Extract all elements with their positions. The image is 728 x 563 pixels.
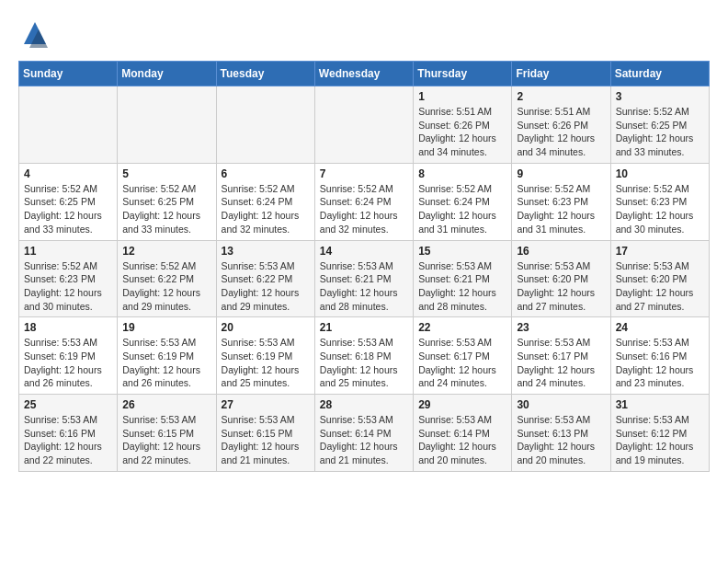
day-detail: Sunrise: 5:53 AM Sunset: 6:16 PM Dayligh… — [24, 413, 112, 467]
day-detail: Sunrise: 5:53 AM Sunset: 6:14 PM Dayligh… — [418, 413, 506, 467]
calendar-cell: 11Sunrise: 5:52 AM Sunset: 6:23 PM Dayli… — [19, 240, 118, 317]
calendar-cell: 7Sunrise: 5:52 AM Sunset: 6:24 PM Daylig… — [314, 163, 413, 240]
day-number: 1 — [418, 90, 506, 103]
calendar-cell: 12Sunrise: 5:52 AM Sunset: 6:22 PM Dayli… — [118, 240, 216, 317]
weekday-header-friday: Friday — [512, 62, 610, 86]
day-detail: Sunrise: 5:53 AM Sunset: 6:19 PM Dayligh… — [122, 336, 210, 390]
calendar-cell: 5Sunrise: 5:52 AM Sunset: 6:25 PM Daylig… — [118, 163, 216, 240]
calendar-cell: 3Sunrise: 5:52 AM Sunset: 6:25 PM Daylig… — [610, 86, 709, 164]
calendar-cell: 14Sunrise: 5:53 AM Sunset: 6:21 PM Dayli… — [314, 240, 413, 317]
weekday-header-tuesday: Tuesday — [216, 62, 314, 86]
calendar-cell: 20Sunrise: 5:53 AM Sunset: 6:19 PM Dayli… — [216, 317, 314, 395]
day-detail: Sunrise: 5:51 AM Sunset: 6:26 PM Dayligh… — [418, 105, 506, 159]
calendar-cell — [314, 86, 413, 164]
calendar-cell: 1Sunrise: 5:51 AM Sunset: 6:26 PM Daylig… — [414, 86, 512, 164]
day-detail: Sunrise: 5:52 AM Sunset: 6:24 PM Dayligh… — [222, 182, 310, 236]
calendar-cell: 18Sunrise: 5:53 AM Sunset: 6:19 PM Dayli… — [19, 317, 118, 395]
weekday-row: SundayMondayTuesdayWednesdayThursdayFrid… — [19, 62, 710, 86]
day-number: 6 — [222, 167, 310, 180]
weekday-header-monday: Monday — [118, 62, 216, 86]
logo — [18, 18, 55, 52]
day-detail: Sunrise: 5:52 AM Sunset: 6:24 PM Dayligh… — [418, 182, 506, 236]
calendar-cell — [19, 86, 118, 164]
calendar-cell: 22Sunrise: 5:53 AM Sunset: 6:17 PM Dayli… — [414, 317, 512, 395]
day-detail: Sunrise: 5:53 AM Sunset: 6:15 PM Dayligh… — [222, 413, 310, 467]
day-detail: Sunrise: 5:53 AM Sunset: 6:17 PM Dayligh… — [517, 336, 605, 390]
calendar-cell: 8Sunrise: 5:52 AM Sunset: 6:24 PM Daylig… — [414, 163, 512, 240]
day-number: 24 — [616, 321, 704, 334]
day-number: 29 — [418, 398, 506, 411]
day-number: 12 — [122, 245, 210, 258]
day-detail: Sunrise: 5:52 AM Sunset: 6:25 PM Dayligh… — [616, 105, 704, 159]
calendar-cell: 24Sunrise: 5:53 AM Sunset: 6:16 PM Dayli… — [610, 317, 709, 395]
calendar-header: SundayMondayTuesdayWednesdayThursdayFrid… — [19, 62, 710, 86]
day-number: 26 — [122, 398, 210, 411]
calendar-cell — [216, 86, 314, 164]
day-number: 27 — [222, 398, 310, 411]
day-detail: Sunrise: 5:53 AM Sunset: 6:22 PM Dayligh… — [222, 259, 310, 314]
calendar-week-4: 18Sunrise: 5:53 AM Sunset: 6:19 PM Dayli… — [19, 317, 710, 395]
calendar-cell: 19Sunrise: 5:53 AM Sunset: 6:19 PM Dayli… — [118, 317, 216, 395]
day-detail: Sunrise: 5:52 AM Sunset: 6:22 PM Dayligh… — [122, 259, 210, 314]
day-number: 31 — [616, 398, 704, 411]
weekday-header-saturday: Saturday — [610, 62, 709, 86]
day-detail: Sunrise: 5:52 AM Sunset: 6:24 PM Dayligh… — [320, 182, 408, 236]
calendar-cell: 27Sunrise: 5:53 AM Sunset: 6:15 PM Dayli… — [216, 395, 314, 472]
day-detail: Sunrise: 5:53 AM Sunset: 6:17 PM Dayligh… — [418, 336, 506, 390]
day-number: 16 — [517, 245, 605, 258]
day-detail: Sunrise: 5:53 AM Sunset: 6:20 PM Dayligh… — [517, 259, 605, 314]
day-detail: Sunrise: 5:53 AM Sunset: 6:21 PM Dayligh… — [418, 259, 506, 314]
calendar-cell: 9Sunrise: 5:52 AM Sunset: 6:23 PM Daylig… — [512, 163, 610, 240]
calendar-cell: 31Sunrise: 5:53 AM Sunset: 6:12 PM Dayli… — [610, 395, 709, 472]
day-detail: Sunrise: 5:52 AM Sunset: 6:23 PM Dayligh… — [616, 182, 704, 236]
calendar-cell: 15Sunrise: 5:53 AM Sunset: 6:21 PM Dayli… — [414, 240, 512, 317]
calendar-week-3: 11Sunrise: 5:52 AM Sunset: 6:23 PM Dayli… — [19, 240, 710, 317]
day-detail: Sunrise: 5:52 AM Sunset: 6:25 PM Dayligh… — [122, 182, 210, 236]
calendar-cell: 30Sunrise: 5:53 AM Sunset: 6:13 PM Dayli… — [512, 395, 610, 472]
calendar-table: SundayMondayTuesdayWednesdayThursdayFrid… — [18, 61, 710, 472]
day-detail: Sunrise: 5:51 AM Sunset: 6:26 PM Dayligh… — [517, 105, 605, 159]
day-detail: Sunrise: 5:52 AM Sunset: 6:23 PM Dayligh… — [517, 182, 605, 236]
day-number: 25 — [24, 398, 112, 411]
day-detail: Sunrise: 5:52 AM Sunset: 6:23 PM Dayligh… — [24, 259, 112, 314]
day-number: 3 — [616, 90, 704, 103]
calendar-cell: 25Sunrise: 5:53 AM Sunset: 6:16 PM Dayli… — [19, 395, 118, 472]
day-number: 20 — [222, 321, 310, 334]
calendar-cell: 26Sunrise: 5:53 AM Sunset: 6:15 PM Dayli… — [118, 395, 216, 472]
day-detail: Sunrise: 5:53 AM Sunset: 6:13 PM Dayligh… — [517, 413, 605, 467]
calendar-cell: 29Sunrise: 5:53 AM Sunset: 6:14 PM Dayli… — [414, 395, 512, 472]
calendar-cell: 23Sunrise: 5:53 AM Sunset: 6:17 PM Dayli… — [512, 317, 610, 395]
day-detail: Sunrise: 5:53 AM Sunset: 6:15 PM Dayligh… — [122, 413, 210, 467]
calendar-week-5: 25Sunrise: 5:53 AM Sunset: 6:16 PM Dayli… — [19, 395, 710, 472]
day-detail: Sunrise: 5:53 AM Sunset: 6:19 PM Dayligh… — [222, 336, 310, 390]
day-detail: Sunrise: 5:53 AM Sunset: 6:18 PM Dayligh… — [320, 336, 408, 390]
weekday-header-thursday: Thursday — [414, 62, 512, 86]
day-detail: Sunrise: 5:53 AM Sunset: 6:16 PM Dayligh… — [616, 336, 704, 390]
day-detail: Sunrise: 5:53 AM Sunset: 6:12 PM Dayligh… — [616, 413, 704, 467]
day-number: 7 — [320, 167, 408, 180]
day-detail: Sunrise: 5:52 AM Sunset: 6:25 PM Dayligh… — [24, 182, 112, 236]
day-number: 8 — [418, 167, 506, 180]
calendar-cell: 17Sunrise: 5:53 AM Sunset: 6:20 PM Dayli… — [610, 240, 709, 317]
weekday-header-sunday: Sunday — [19, 62, 118, 86]
calendar-cell: 16Sunrise: 5:53 AM Sunset: 6:20 PM Dayli… — [512, 240, 610, 317]
day-number: 22 — [418, 321, 506, 334]
day-number: 19 — [122, 321, 210, 334]
calendar-cell: 2Sunrise: 5:51 AM Sunset: 6:26 PM Daylig… — [512, 86, 610, 164]
day-number: 17 — [616, 245, 704, 258]
day-number: 15 — [418, 245, 506, 258]
calendar-cell: 13Sunrise: 5:53 AM Sunset: 6:22 PM Dayli… — [216, 240, 314, 317]
header — [18, 18, 710, 52]
calendar-cell: 10Sunrise: 5:52 AM Sunset: 6:23 PM Dayli… — [610, 163, 709, 240]
calendar-body: 1Sunrise: 5:51 AM Sunset: 6:26 PM Daylig… — [19, 86, 710, 472]
calendar-cell: 4Sunrise: 5:52 AM Sunset: 6:25 PM Daylig… — [19, 163, 118, 240]
day-number: 4 — [24, 167, 112, 180]
calendar-cell — [118, 86, 216, 164]
day-number: 18 — [24, 321, 112, 334]
calendar-week-2: 4Sunrise: 5:52 AM Sunset: 6:25 PM Daylig… — [19, 163, 710, 240]
day-number: 2 — [517, 90, 605, 103]
day-detail: Sunrise: 5:53 AM Sunset: 6:14 PM Dayligh… — [320, 413, 408, 467]
day-number: 5 — [122, 167, 210, 180]
day-number: 13 — [222, 245, 310, 258]
day-number: 9 — [517, 167, 605, 180]
